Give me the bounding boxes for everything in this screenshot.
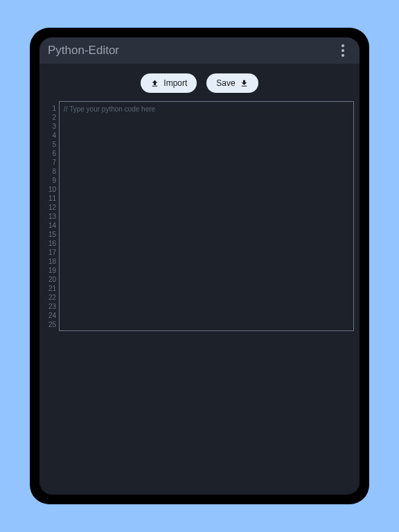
line-number: 23 — [42, 302, 59, 311]
line-number: 4 — [42, 131, 59, 140]
line-number: 1 — [42, 104, 59, 113]
line-number: 3 — [42, 122, 59, 131]
app-title: Python-Editor — [48, 44, 119, 57]
code-editor[interactable]: // Type your python code here — [59, 101, 354, 331]
line-number: 17 — [42, 248, 59, 257]
line-number: 2 — [42, 113, 59, 122]
line-number: 10 — [42, 185, 59, 194]
save-button-label: Save — [216, 78, 235, 88]
line-number: 9 — [42, 176, 59, 185]
line-number: 21 — [42, 284, 59, 293]
header-bar: Python-Editor — [39, 37, 360, 64]
device-frame: Python-Editor Import Save 12345678910111… — [30, 28, 369, 504]
line-number-gutter: 1234567891011121314151617181920212223242… — [42, 101, 59, 331]
more-menu-icon[interactable] — [335, 42, 351, 59]
import-button-label: Import — [163, 78, 187, 88]
line-number: 22 — [42, 293, 59, 302]
line-number: 19 — [42, 266, 59, 275]
line-number: 18 — [42, 257, 59, 266]
line-number: 13 — [42, 212, 59, 221]
line-number: 11 — [42, 194, 59, 203]
save-button[interactable]: Save — [206, 73, 258, 93]
toolbar: Import Save — [39, 64, 360, 101]
line-number: 20 — [42, 275, 59, 284]
line-number: 16 — [42, 239, 59, 248]
line-number: 25 — [42, 320, 59, 329]
line-number: 5 — [42, 140, 59, 149]
line-number: 24 — [42, 311, 59, 320]
line-number: 12 — [42, 203, 59, 212]
import-button[interactable]: Import — [141, 73, 197, 93]
app-screen: Python-Editor Import Save 12345678910111… — [39, 37, 360, 495]
line-number: 8 — [42, 167, 59, 176]
line-number: 14 — [42, 221, 59, 230]
editor-wrapper: 1234567891011121314151617181920212223242… — [39, 101, 360, 331]
line-number: 15 — [42, 230, 59, 239]
line-number: 6 — [42, 149, 59, 158]
line-number: 7 — [42, 158, 59, 167]
download-icon — [240, 79, 249, 88]
upload-icon — [150, 79, 159, 88]
editor-placeholder: // Type your python code here — [64, 105, 349, 114]
